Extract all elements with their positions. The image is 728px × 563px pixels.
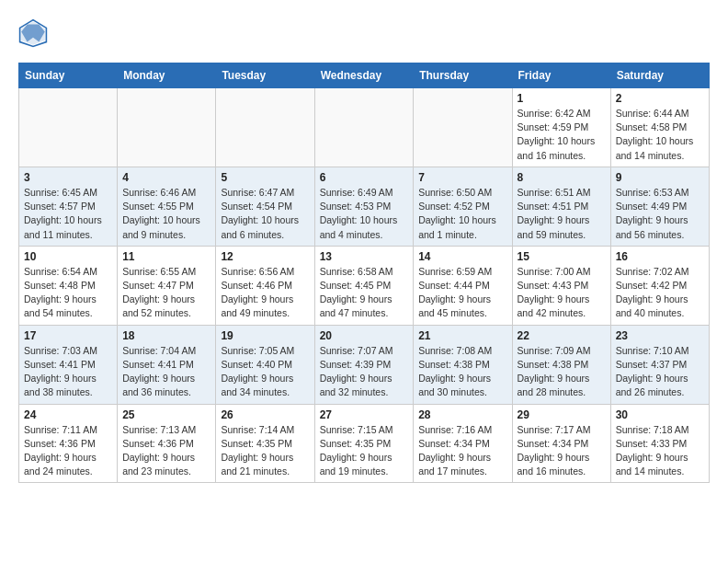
calendar-day-26: 26Sunrise: 7:14 AM Sunset: 4:35 PM Dayli… <box>216 404 314 483</box>
day-header-thursday: Thursday <box>414 63 512 88</box>
calendar-day-13: 13Sunrise: 6:58 AM Sunset: 4:45 PM Dayli… <box>314 246 414 325</box>
calendar-day-17: 17Sunrise: 7:03 AM Sunset: 4:41 PM Dayli… <box>19 325 118 404</box>
day-number: 5 <box>221 171 309 184</box>
day-number: 9 <box>616 171 704 184</box>
calendar-week-4: 17Sunrise: 7:03 AM Sunset: 4:41 PM Dayli… <box>19 325 710 404</box>
calendar-day-20: 20Sunrise: 7:07 AM Sunset: 4:39 PM Dayli… <box>314 325 414 404</box>
day-info: Sunrise: 7:09 AM Sunset: 4:38 PM Dayligh… <box>518 344 606 400</box>
day-number: 17 <box>24 329 112 342</box>
calendar-day-21: 21Sunrise: 7:08 AM Sunset: 4:38 PM Dayli… <box>414 325 512 404</box>
logo-icon <box>18 18 48 48</box>
day-info: Sunrise: 7:03 AM Sunset: 4:41 PM Dayligh… <box>24 344 112 400</box>
day-info: Sunrise: 6:46 AM Sunset: 4:55 PM Dayligh… <box>122 186 210 242</box>
day-number: 8 <box>518 171 606 184</box>
day-number: 1 <box>518 92 606 105</box>
day-number: 18 <box>122 329 210 342</box>
calendar-day-30: 30Sunrise: 7:18 AM Sunset: 4:33 PM Dayli… <box>610 404 709 483</box>
day-info: Sunrise: 6:51 AM Sunset: 4:51 PM Dayligh… <box>518 186 606 242</box>
day-number: 13 <box>320 250 409 263</box>
day-info: Sunrise: 7:16 AM Sunset: 4:34 PM Dayligh… <box>418 423 506 479</box>
day-number: 20 <box>320 329 409 342</box>
calendar-day-1: 1Sunrise: 6:42 AM Sunset: 4:59 PM Daylig… <box>512 88 610 167</box>
day-number: 7 <box>418 171 506 184</box>
calendar-day-22: 22Sunrise: 7:09 AM Sunset: 4:38 PM Dayli… <box>512 325 610 404</box>
calendar-day-23: 23Sunrise: 7:10 AM Sunset: 4:37 PM Dayli… <box>610 325 709 404</box>
calendar-day-9: 9Sunrise: 6:53 AM Sunset: 4:49 PM Daylig… <box>610 167 709 246</box>
day-number: 29 <box>518 408 606 421</box>
day-info: Sunrise: 7:08 AM Sunset: 4:38 PM Dayligh… <box>418 344 506 400</box>
day-number: 27 <box>320 408 409 421</box>
day-number: 24 <box>24 408 112 421</box>
day-info: Sunrise: 6:59 AM Sunset: 4:44 PM Dayligh… <box>418 265 506 321</box>
calendar-header-row: SundayMondayTuesdayWednesdayThursdayFrid… <box>19 63 710 88</box>
calendar-week-5: 24Sunrise: 7:11 AM Sunset: 4:36 PM Dayli… <box>19 404 710 483</box>
day-info: Sunrise: 7:04 AM Sunset: 4:41 PM Dayligh… <box>122 344 210 400</box>
calendar-empty <box>414 88 512 167</box>
day-header-tuesday: Tuesday <box>216 63 314 88</box>
calendar-day-4: 4Sunrise: 6:46 AM Sunset: 4:55 PM Daylig… <box>118 167 216 246</box>
calendar-day-6: 6Sunrise: 6:49 AM Sunset: 4:53 PM Daylig… <box>314 167 414 246</box>
day-info: Sunrise: 7:07 AM Sunset: 4:39 PM Dayligh… <box>320 344 409 400</box>
calendar-day-27: 27Sunrise: 7:15 AM Sunset: 4:35 PM Dayli… <box>314 404 414 483</box>
day-info: Sunrise: 6:49 AM Sunset: 4:53 PM Dayligh… <box>320 186 409 242</box>
day-header-wednesday: Wednesday <box>314 63 414 88</box>
day-number: 3 <box>24 171 112 184</box>
calendar-day-19: 19Sunrise: 7:05 AM Sunset: 4:40 PM Dayli… <box>216 325 314 404</box>
header <box>18 18 710 48</box>
day-header-saturday: Saturday <box>610 63 709 88</box>
calendar-week-2: 3Sunrise: 6:45 AM Sunset: 4:57 PM Daylig… <box>19 167 710 246</box>
calendar-day-7: 7Sunrise: 6:50 AM Sunset: 4:52 PM Daylig… <box>414 167 512 246</box>
calendar-empty <box>314 88 414 167</box>
calendar-day-14: 14Sunrise: 6:59 AM Sunset: 4:44 PM Dayli… <box>414 246 512 325</box>
day-number: 10 <box>24 250 112 263</box>
day-info: Sunrise: 6:42 AM Sunset: 4:59 PM Dayligh… <box>518 107 606 163</box>
day-info: Sunrise: 6:56 AM Sunset: 4:46 PM Dayligh… <box>221 265 309 321</box>
calendar-day-8: 8Sunrise: 6:51 AM Sunset: 4:51 PM Daylig… <box>512 167 610 246</box>
day-info: Sunrise: 6:58 AM Sunset: 4:45 PM Dayligh… <box>320 265 409 321</box>
calendar-day-25: 25Sunrise: 7:13 AM Sunset: 4:36 PM Dayli… <box>118 404 216 483</box>
day-number: 26 <box>221 408 309 421</box>
day-info: Sunrise: 6:45 AM Sunset: 4:57 PM Dayligh… <box>24 186 112 242</box>
day-number: 11 <box>122 250 210 263</box>
day-number: 22 <box>518 329 606 342</box>
day-number: 2 <box>616 92 704 105</box>
day-info: Sunrise: 6:54 AM Sunset: 4:48 PM Dayligh… <box>24 265 112 321</box>
day-info: Sunrise: 7:05 AM Sunset: 4:40 PM Dayligh… <box>221 344 309 400</box>
day-info: Sunrise: 7:15 AM Sunset: 4:35 PM Dayligh… <box>320 423 409 479</box>
day-header-sunday: Sunday <box>19 63 118 88</box>
day-number: 23 <box>616 329 704 342</box>
calendar-day-15: 15Sunrise: 7:00 AM Sunset: 4:43 PM Dayli… <box>512 246 610 325</box>
day-info: Sunrise: 7:18 AM Sunset: 4:33 PM Dayligh… <box>616 423 704 479</box>
calendar-day-29: 29Sunrise: 7:17 AM Sunset: 4:34 PM Dayli… <box>512 404 610 483</box>
calendar-day-2: 2Sunrise: 6:44 AM Sunset: 4:58 PM Daylig… <box>610 88 709 167</box>
day-number: 16 <box>616 250 704 263</box>
day-info: Sunrise: 7:10 AM Sunset: 4:37 PM Dayligh… <box>616 344 704 400</box>
calendar-day-12: 12Sunrise: 6:56 AM Sunset: 4:46 PM Dayli… <box>216 246 314 325</box>
calendar-day-11: 11Sunrise: 6:55 AM Sunset: 4:47 PM Dayli… <box>118 246 216 325</box>
day-info: Sunrise: 7:02 AM Sunset: 4:42 PM Dayligh… <box>616 265 704 321</box>
day-number: 25 <box>122 408 210 421</box>
day-info: Sunrise: 7:14 AM Sunset: 4:35 PM Dayligh… <box>221 423 309 479</box>
day-info: Sunrise: 6:50 AM Sunset: 4:52 PM Dayligh… <box>418 186 506 242</box>
day-header-monday: Monday <box>118 63 216 88</box>
calendar-day-3: 3Sunrise: 6:45 AM Sunset: 4:57 PM Daylig… <box>19 167 118 246</box>
day-number: 6 <box>320 171 409 184</box>
calendar-week-1: 1Sunrise: 6:42 AM Sunset: 4:59 PM Daylig… <box>19 88 710 167</box>
day-number: 28 <box>418 408 506 421</box>
day-info: Sunrise: 6:47 AM Sunset: 4:54 PM Dayligh… <box>221 186 309 242</box>
day-number: 15 <box>518 250 606 263</box>
day-info: Sunrise: 6:53 AM Sunset: 4:49 PM Dayligh… <box>616 186 704 242</box>
calendar: SundayMondayTuesdayWednesdayThursdayFrid… <box>18 63 710 483</box>
day-number: 21 <box>418 329 506 342</box>
day-number: 14 <box>418 250 506 263</box>
day-number: 30 <box>616 408 704 421</box>
day-info: Sunrise: 7:00 AM Sunset: 4:43 PM Dayligh… <box>518 265 606 321</box>
calendar-day-18: 18Sunrise: 7:04 AM Sunset: 4:41 PM Dayli… <box>118 325 216 404</box>
logo <box>18 18 51 48</box>
calendar-day-24: 24Sunrise: 7:11 AM Sunset: 4:36 PM Dayli… <box>19 404 118 483</box>
day-info: Sunrise: 6:44 AM Sunset: 4:58 PM Dayligh… <box>616 107 704 163</box>
calendar-day-28: 28Sunrise: 7:16 AM Sunset: 4:34 PM Dayli… <box>414 404 512 483</box>
day-info: Sunrise: 7:17 AM Sunset: 4:34 PM Dayligh… <box>518 423 606 479</box>
day-info: Sunrise: 6:55 AM Sunset: 4:47 PM Dayligh… <box>122 265 210 321</box>
day-number: 19 <box>221 329 309 342</box>
